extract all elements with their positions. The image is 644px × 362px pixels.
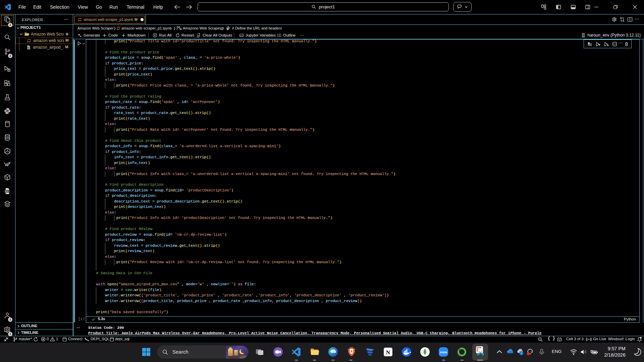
svg-text:(x): (x) xyxy=(240,34,243,37)
svg-text:N: N xyxy=(386,349,390,356)
svg-text:zoom: zoom xyxy=(440,351,447,354)
svg-text:SQL: SQL xyxy=(5,190,9,192)
